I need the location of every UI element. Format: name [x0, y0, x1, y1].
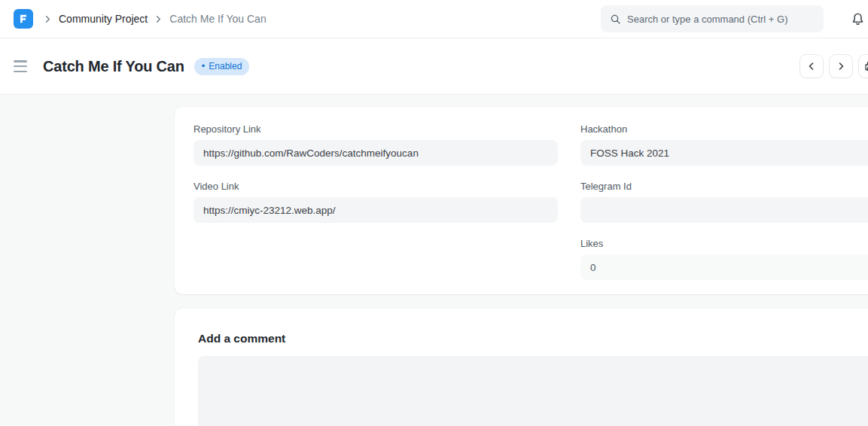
menu-icon — [14, 65, 27, 68]
form-column-left: Repository Link Video Link — [193, 123, 558, 278]
field-repository-link: Repository Link — [193, 123, 558, 166]
chevron-right-icon — [42, 14, 53, 25]
field-hackathon: Hackathon — [580, 123, 868, 166]
notifications-bell-button[interactable] — [848, 10, 866, 28]
hackathon-input[interactable] — [580, 140, 868, 166]
bell-icon — [851, 12, 865, 26]
repository-link-input[interactable] — [193, 140, 558, 166]
frappe-logo-icon — [18, 14, 29, 24]
navbar: Community Project Catch Me If You Can — [0, 0, 868, 38]
page-head: Catch Me If You Can • Enabled — [0, 38, 868, 95]
comments-card: Add a comment — [175, 309, 868, 426]
menu-icon — [14, 71, 27, 73]
field-label: Repository Link — [193, 123, 558, 135]
form-card: Repository Link Video Link Hackathon Tel… — [175, 107, 868, 294]
field-label: Likes — [580, 238, 868, 249]
page-title: Catch Me If You Can — [43, 58, 184, 75]
form-column-right: Hackathon Telegram Id Likes — [580, 123, 868, 278]
sidebar-toggle-button[interactable] — [14, 60, 29, 72]
video-link-input[interactable] — [193, 197, 558, 223]
field-likes: Likes — [580, 238, 868, 280]
add-comment-heading: Add a comment — [198, 332, 868, 345]
comment-input[interactable] — [198, 356, 868, 426]
search-input[interactable] — [627, 14, 816, 25]
breadcrumb: Community Project Catch Me If You Can — [42, 13, 266, 25]
next-record-button[interactable] — [830, 55, 852, 78]
chevron-right-icon — [153, 14, 164, 25]
telegram-id-input[interactable] — [580, 197, 868, 223]
status-dot: • — [202, 61, 206, 71]
field-label: Telegram Id — [580, 181, 868, 192]
breadcrumb-item-community-project[interactable]: Community Project — [59, 13, 148, 25]
menu-icon — [14, 60, 27, 62]
field-telegram-id: Telegram Id — [580, 181, 868, 223]
page-head-actions — [800, 55, 868, 78]
print-button[interactable] — [859, 55, 868, 78]
printer-icon — [864, 60, 868, 72]
field-video-link: Video Link — [193, 181, 558, 223]
status-badge: • Enabled — [194, 58, 250, 75]
chevron-right-icon — [835, 60, 847, 72]
field-label: Hackathon — [580, 123, 868, 135]
frappe-logo[interactable] — [14, 9, 33, 29]
field-label: Video Link — [193, 181, 558, 192]
likes-input — [580, 254, 868, 280]
status-badge-label: Enabled — [209, 61, 242, 72]
chevron-left-icon — [806, 60, 818, 72]
prev-record-button[interactable] — [800, 55, 823, 78]
page-body: Repository Link Video Link Hackathon Tel… — [0, 95, 868, 425]
global-search[interactable] — [601, 5, 824, 32]
app-window: Community Project Catch Me If You Can Ca… — [0, 0, 868, 426]
breadcrumb-item-current[interactable]: Catch Me If You Can — [169, 13, 266, 25]
search-icon — [610, 14, 621, 25]
